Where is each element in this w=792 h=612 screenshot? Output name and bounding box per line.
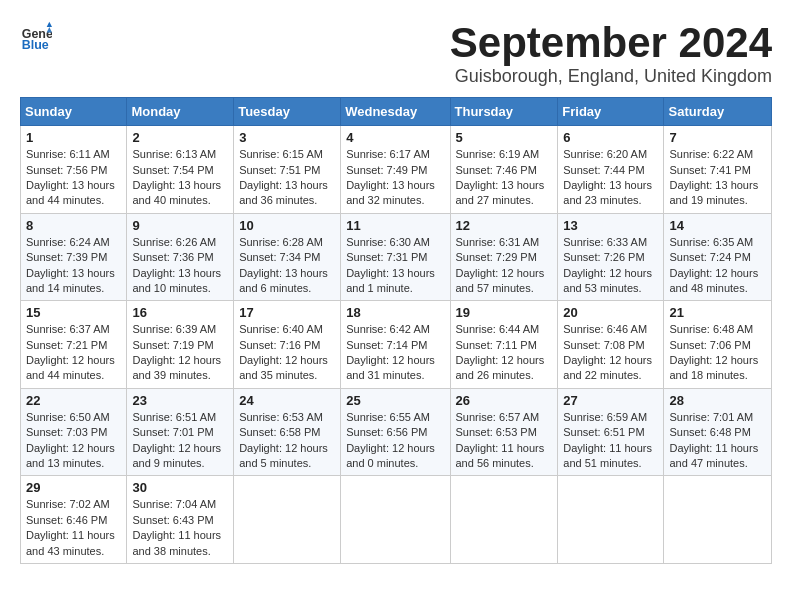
day-number: 19 [456,305,553,320]
day-number: 2 [132,130,228,145]
calendar-cell: 1Sunrise: 6:11 AM Sunset: 7:56 PM Daylig… [21,126,127,214]
day-info: Sunrise: 6:59 AM Sunset: 6:51 PM Dayligh… [563,410,658,472]
weekday-friday: Friday [558,98,664,126]
day-number: 13 [563,218,658,233]
day-number: 17 [239,305,335,320]
day-info: Sunrise: 6:57 AM Sunset: 6:53 PM Dayligh… [456,410,553,472]
calendar-cell: 19Sunrise: 6:44 AM Sunset: 7:11 PM Dayli… [450,301,558,389]
calendar-cell [234,476,341,564]
day-number: 22 [26,393,121,408]
weekday-tuesday: Tuesday [234,98,341,126]
weekday-monday: Monday [127,98,234,126]
calendar-week-1: 1Sunrise: 6:11 AM Sunset: 7:56 PM Daylig… [21,126,772,214]
day-number: 10 [239,218,335,233]
header: General Blue September 2024 Guisborough,… [20,20,772,87]
calendar-cell: 22Sunrise: 6:50 AM Sunset: 7:03 PM Dayli… [21,388,127,476]
day-info: Sunrise: 6:50 AM Sunset: 7:03 PM Dayligh… [26,410,121,472]
day-info: Sunrise: 6:53 AM Sunset: 6:58 PM Dayligh… [239,410,335,472]
day-info: Sunrise: 6:44 AM Sunset: 7:11 PM Dayligh… [456,322,553,384]
calendar-cell: 29Sunrise: 7:02 AM Sunset: 6:46 PM Dayli… [21,476,127,564]
calendar-cell: 2Sunrise: 6:13 AM Sunset: 7:54 PM Daylig… [127,126,234,214]
day-number: 3 [239,130,335,145]
day-info: Sunrise: 6:20 AM Sunset: 7:44 PM Dayligh… [563,147,658,209]
weekday-thursday: Thursday [450,98,558,126]
calendar-cell: 23Sunrise: 6:51 AM Sunset: 7:01 PM Dayli… [127,388,234,476]
day-info: Sunrise: 6:39 AM Sunset: 7:19 PM Dayligh… [132,322,228,384]
day-info: Sunrise: 6:15 AM Sunset: 7:51 PM Dayligh… [239,147,335,209]
day-info: Sunrise: 6:28 AM Sunset: 7:34 PM Dayligh… [239,235,335,297]
day-info: Sunrise: 6:22 AM Sunset: 7:41 PM Dayligh… [669,147,766,209]
calendar-cell: 20Sunrise: 6:46 AM Sunset: 7:08 PM Dayli… [558,301,664,389]
day-number: 7 [669,130,766,145]
calendar-cell: 16Sunrise: 6:39 AM Sunset: 7:19 PM Dayli… [127,301,234,389]
weekday-wednesday: Wednesday [341,98,450,126]
svg-text:Blue: Blue [22,38,49,52]
calendar-cell: 10Sunrise: 6:28 AM Sunset: 7:34 PM Dayli… [234,213,341,301]
day-number: 15 [26,305,121,320]
day-number: 11 [346,218,444,233]
day-info: Sunrise: 6:35 AM Sunset: 7:24 PM Dayligh… [669,235,766,297]
day-number: 23 [132,393,228,408]
day-info: Sunrise: 6:17 AM Sunset: 7:49 PM Dayligh… [346,147,444,209]
day-info: Sunrise: 6:46 AM Sunset: 7:08 PM Dayligh… [563,322,658,384]
calendar-cell: 15Sunrise: 6:37 AM Sunset: 7:21 PM Dayli… [21,301,127,389]
day-number: 27 [563,393,658,408]
calendar-cell: 24Sunrise: 6:53 AM Sunset: 6:58 PM Dayli… [234,388,341,476]
day-number: 28 [669,393,766,408]
day-info: Sunrise: 6:40 AM Sunset: 7:16 PM Dayligh… [239,322,335,384]
calendar-cell [341,476,450,564]
day-number: 29 [26,480,121,495]
weekday-saturday: Saturday [664,98,772,126]
calendar-cell: 3Sunrise: 6:15 AM Sunset: 7:51 PM Daylig… [234,126,341,214]
day-info: Sunrise: 6:33 AM Sunset: 7:26 PM Dayligh… [563,235,658,297]
calendar-cell: 11Sunrise: 6:30 AM Sunset: 7:31 PM Dayli… [341,213,450,301]
calendar-week-2: 8Sunrise: 6:24 AM Sunset: 7:39 PM Daylig… [21,213,772,301]
day-number: 6 [563,130,658,145]
calendar-cell: 12Sunrise: 6:31 AM Sunset: 7:29 PM Dayli… [450,213,558,301]
calendar-cell: 7Sunrise: 6:22 AM Sunset: 7:41 PM Daylig… [664,126,772,214]
day-info: Sunrise: 7:01 AM Sunset: 6:48 PM Dayligh… [669,410,766,472]
location-subtitle: Guisborough, England, United Kingdom [450,66,772,87]
calendar-week-5: 29Sunrise: 7:02 AM Sunset: 6:46 PM Dayli… [21,476,772,564]
day-info: Sunrise: 6:13 AM Sunset: 7:54 PM Dayligh… [132,147,228,209]
day-number: 18 [346,305,444,320]
calendar-cell: 14Sunrise: 6:35 AM Sunset: 7:24 PM Dayli… [664,213,772,301]
calendar-cell: 28Sunrise: 7:01 AM Sunset: 6:48 PM Dayli… [664,388,772,476]
day-number: 9 [132,218,228,233]
day-number: 1 [26,130,121,145]
day-info: Sunrise: 6:30 AM Sunset: 7:31 PM Dayligh… [346,235,444,297]
calendar-cell [664,476,772,564]
weekday-sunday: Sunday [21,98,127,126]
calendar-cell: 30Sunrise: 7:04 AM Sunset: 6:43 PM Dayli… [127,476,234,564]
day-number: 24 [239,393,335,408]
day-number: 12 [456,218,553,233]
day-info: Sunrise: 6:11 AM Sunset: 7:56 PM Dayligh… [26,147,121,209]
calendar-cell: 13Sunrise: 6:33 AM Sunset: 7:26 PM Dayli… [558,213,664,301]
day-info: Sunrise: 6:37 AM Sunset: 7:21 PM Dayligh… [26,322,121,384]
calendar-cell: 18Sunrise: 6:42 AM Sunset: 7:14 PM Dayli… [341,301,450,389]
calendar-week-3: 15Sunrise: 6:37 AM Sunset: 7:21 PM Dayli… [21,301,772,389]
calendar-cell: 26Sunrise: 6:57 AM Sunset: 6:53 PM Dayli… [450,388,558,476]
day-info: Sunrise: 6:55 AM Sunset: 6:56 PM Dayligh… [346,410,444,472]
day-number: 26 [456,393,553,408]
day-info: Sunrise: 7:04 AM Sunset: 6:43 PM Dayligh… [132,497,228,559]
calendar-cell: 8Sunrise: 6:24 AM Sunset: 7:39 PM Daylig… [21,213,127,301]
day-info: Sunrise: 6:19 AM Sunset: 7:46 PM Dayligh… [456,147,553,209]
calendar-cell [450,476,558,564]
day-number: 30 [132,480,228,495]
calendar-cell: 4Sunrise: 6:17 AM Sunset: 7:49 PM Daylig… [341,126,450,214]
title-area: September 2024 Guisborough, England, Uni… [450,20,772,87]
day-number: 20 [563,305,658,320]
calendar-cell: 6Sunrise: 6:20 AM Sunset: 7:44 PM Daylig… [558,126,664,214]
day-number: 8 [26,218,121,233]
logo: General Blue [20,20,52,52]
calendar-cell: 27Sunrise: 6:59 AM Sunset: 6:51 PM Dayli… [558,388,664,476]
calendar-week-4: 22Sunrise: 6:50 AM Sunset: 7:03 PM Dayli… [21,388,772,476]
day-info: Sunrise: 6:24 AM Sunset: 7:39 PM Dayligh… [26,235,121,297]
calendar-cell: 17Sunrise: 6:40 AM Sunset: 7:16 PM Dayli… [234,301,341,389]
day-number: 16 [132,305,228,320]
calendar-body: 1Sunrise: 6:11 AM Sunset: 7:56 PM Daylig… [21,126,772,564]
svg-marker-2 [47,22,52,27]
day-number: 14 [669,218,766,233]
calendar-cell: 9Sunrise: 6:26 AM Sunset: 7:36 PM Daylig… [127,213,234,301]
